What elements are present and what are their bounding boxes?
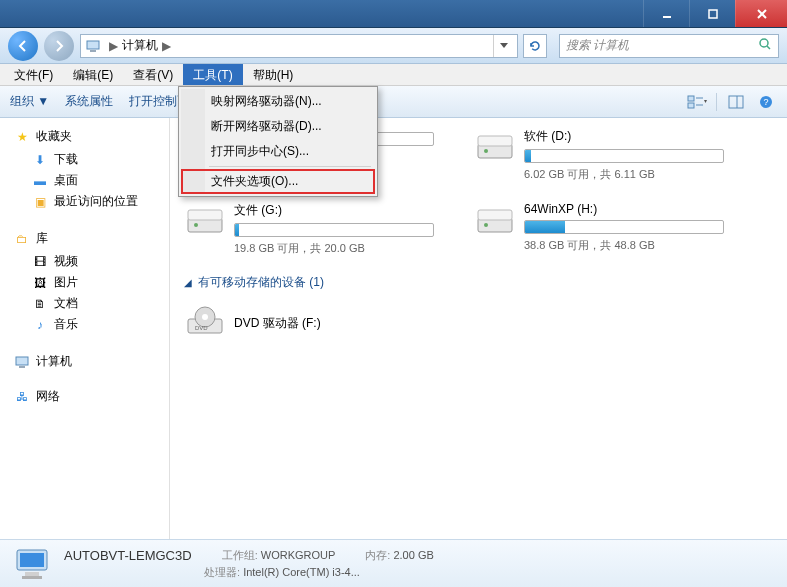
drive-stats: 6.02 GB 可用，共 6.11 GB [524,167,724,182]
removable-devices-header[interactable]: ◢ 有可移动存储的设备 (1) [184,266,773,297]
drive-name: DVD 驱动器 (F:) [234,315,434,332]
maximize-button[interactable] [689,0,735,27]
svg-rect-16 [16,357,28,365]
drive-item[interactable]: 文件 (G:) 19.8 GB 可用，共 20.0 GB [184,202,434,256]
forward-button[interactable] [44,31,74,61]
address-bar[interactable]: ▶ 计算机 ▶ [80,34,518,58]
menu-edit[interactable]: 编辑(E) [63,64,123,85]
drive-stats: 38.8 GB 可用，共 48.8 GB [524,238,724,253]
sidebar-network[interactable]: 🖧网络 [6,388,163,405]
computer-icon [14,354,30,370]
sidebar-documents[interactable]: 🗎文档 [6,293,163,314]
svg-rect-17 [19,366,25,368]
recent-icon: ▣ [32,194,48,210]
desktop-icon: ▬ [32,173,48,189]
sidebar-desktop[interactable]: ▬桌面 [6,170,163,191]
minimize-button[interactable] [643,0,689,27]
refresh-button[interactable] [523,34,547,58]
dvd-drive-item[interactable]: DVD DVD 驱动器 (F:) [184,303,434,345]
window-titlebar [0,0,787,28]
sidebar-libraries-header[interactable]: 🗀库 [6,230,163,247]
status-memory-label: 内存: [365,549,390,561]
drive-item[interactable]: 64WinXP (H:) 38.8 GB 可用，共 48.8 GB [474,202,724,256]
music-icon: ♪ [32,317,48,333]
system-properties-button[interactable]: 系统属性 [65,93,113,110]
sidebar-music[interactable]: ♪音乐 [6,314,163,335]
svg-line-7 [767,46,770,49]
search-input[interactable]: 搜索 计算机 [559,34,779,58]
drive-name: 软件 (D:) [524,128,724,145]
search-placeholder: 搜索 计算机 [566,37,629,54]
menu-disconnect-network-drive[interactable]: 断开网络驱动器(D)... [181,114,375,139]
sidebar-label: 库 [36,230,48,247]
menu-open-sync-center[interactable]: 打开同步中心(S)... [181,139,375,164]
menu-map-network-drive[interactable]: 映射网络驱动器(N)... [181,89,375,114]
svg-rect-1 [709,10,717,18]
hdd-icon [184,202,226,244]
sidebar-item-label: 文档 [54,295,78,312]
navigation-pane: ★收藏夹 ⬇下载 ▬桌面 ▣最近访问的位置 🗀库 🎞视频 🖼图片 🗎文档 ♪音乐… [0,118,170,539]
sidebar-downloads[interactable]: ⬇下载 [6,149,163,170]
collapse-triangle-icon: ◢ [184,277,192,288]
hdd-icon [474,128,516,170]
breadcrumb-separator: ▶ [105,39,122,53]
sidebar-item-label: 桌面 [54,172,78,189]
svg-rect-5 [90,50,96,52]
dvd-icon: DVD [184,303,226,345]
svg-rect-8 [688,96,694,101]
drive-item[interactable]: 软件 (D:) 6.02 GB 可用，共 6.11 GB [474,128,724,182]
status-workgroup-value: WORKGROUP [261,549,336,561]
sidebar-videos[interactable]: 🎞视频 [6,251,163,272]
address-dropdown[interactable] [493,35,513,57]
picture-icon: 🖼 [32,275,48,291]
hdd-icon [474,202,516,244]
svg-rect-37 [22,576,42,579]
search-icon [758,37,772,54]
svg-rect-9 [688,103,694,108]
breadcrumb-location[interactable]: 计算机 [122,37,158,54]
sidebar-favorites-header[interactable]: ★收藏夹 [6,128,163,145]
menu-folder-options[interactable]: 文件夹选项(O)... [181,169,375,194]
drive-name: 文件 (G:) [234,202,434,219]
details-pane: AUTOBVT-LEMGC3D 工作组: WORKGROUP 内存: 2.00 … [0,539,787,587]
svg-point-6 [760,39,768,47]
view-options-button[interactable] [686,93,708,111]
status-workgroup-label: 工作组: [222,549,258,561]
svg-rect-23 [478,136,512,146]
network-icon: 🖧 [14,389,30,405]
menu-file[interactable]: 文件(F) [4,64,63,85]
status-cpu-label: 处理器: [204,566,240,578]
sidebar-pictures[interactable]: 🖼图片 [6,272,163,293]
tools-dropdown: 映射网络驱动器(N)... 断开网络驱动器(D)... 打开同步中心(S)...… [178,86,378,197]
sidebar-label: 计算机 [36,353,72,370]
menu-view[interactable]: 查看(V) [123,64,183,85]
svg-point-25 [194,223,198,227]
navigation-bar: ▶ 计算机 ▶ 搜索 计算机 [0,28,787,64]
download-icon: ⬇ [32,152,48,168]
command-bar: 组织 ▼ 系统属性 打开控制面板 ? [0,86,787,118]
sidebar-item-label: 下载 [54,151,78,168]
sidebar-recent[interactable]: ▣最近访问的位置 [6,191,163,212]
dropdown-separator [209,166,371,167]
sidebar-item-label: 视频 [54,253,78,270]
computer-icon [85,38,101,54]
organize-button[interactable]: 组织 ▼ [10,93,49,110]
help-button[interactable]: ? [755,93,777,111]
sidebar-item-label: 图片 [54,274,78,291]
svg-rect-35 [20,553,44,567]
status-cpu-value: Intel(R) Core(TM) i3-4... [243,566,360,578]
svg-point-22 [484,149,488,153]
sidebar-computer[interactable]: 计算机 [6,353,163,370]
menu-help[interactable]: 帮助(H) [243,64,304,85]
status-computer-name: AUTOBVT-LEMGC3D [64,548,192,563]
svg-text:DVD: DVD [195,325,208,331]
svg-rect-26 [188,210,222,220]
close-button[interactable] [735,0,787,27]
preview-pane-button[interactable] [725,93,747,111]
menu-tools[interactable]: 工具(T) [183,64,242,85]
back-button[interactable] [8,31,38,61]
status-memory-value: 2.00 GB [393,549,433,561]
svg-rect-12 [729,96,743,108]
drive-stats: 19.8 GB 可用，共 20.0 GB [234,241,434,256]
sidebar-label: 收藏夹 [36,128,72,145]
